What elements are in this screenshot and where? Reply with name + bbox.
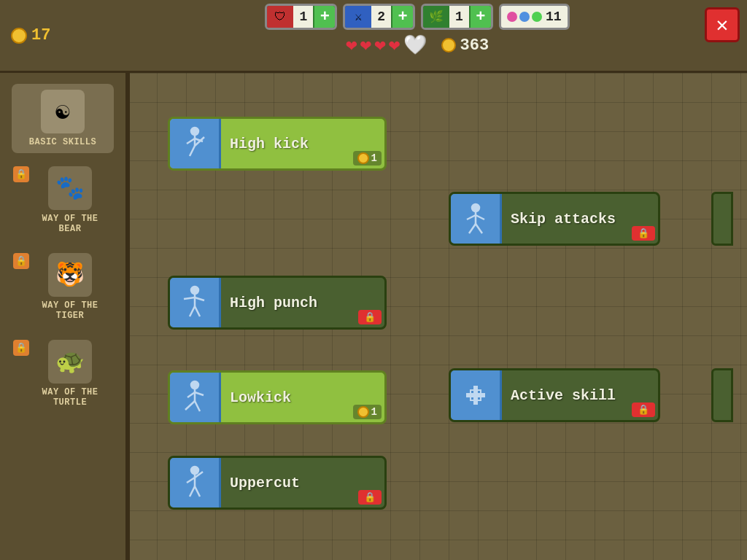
skill-node-active-skill[interactable]: Active skill 🔒 xyxy=(449,368,660,422)
gem-blue xyxy=(519,12,530,22)
stat-plus-sword[interactable]: + xyxy=(391,4,413,30)
uppercut-content: Uppercut xyxy=(221,475,384,491)
skip-attacks-label: Skip attacks xyxy=(511,211,616,228)
skill-node-lowkick[interactable]: Lowkick 1 xyxy=(168,370,387,424)
lock-turtle-icon: 🔒 xyxy=(13,340,29,356)
svg-line-37 xyxy=(476,224,482,233)
cost-coin-icon xyxy=(357,152,369,164)
skill-node-skip-attacks[interactable]: Skip attacks 🔒 xyxy=(449,192,660,246)
high-punch-lock: 🔒 xyxy=(358,310,382,324)
gem-pink xyxy=(507,12,517,22)
high-kick-cost-num: 1 xyxy=(371,152,377,164)
sidebar-label-basic: Basic skills xyxy=(29,137,96,147)
stat-plus-nature[interactable]: + xyxy=(469,4,491,30)
gold-icon xyxy=(11,28,27,44)
lowkick-content: Lowkick xyxy=(221,389,384,406)
gems-box: 11 xyxy=(499,4,570,30)
lock-bear-icon: 🔒 xyxy=(13,166,29,182)
lowkick-label: Lowkick xyxy=(230,389,291,406)
coin-icon xyxy=(441,38,456,52)
svg-point-28 xyxy=(191,467,198,474)
high-punch-content: High punch xyxy=(221,295,384,311)
svg-rect-41 xyxy=(466,393,485,397)
svg-line-36 xyxy=(469,224,476,233)
svg-line-19 xyxy=(195,306,200,316)
svg-line-21 xyxy=(195,298,204,300)
active-skill-lock: 🔒 xyxy=(632,402,655,417)
nature-icon: 🌿 xyxy=(423,4,449,30)
turtle-icon: 🐢 xyxy=(48,340,92,384)
stat-box-shield: 🛡 1 + xyxy=(265,4,337,30)
stat-value-sword: 2 xyxy=(371,6,391,28)
stat-box-sword: ⚔ 2 + xyxy=(343,4,415,30)
lowkick-cost-num: 1 xyxy=(371,406,377,418)
gold-display: 17 xyxy=(11,26,50,44)
uppercut-label: Uppercut xyxy=(230,475,300,491)
yin-yang-icon: ☯ xyxy=(41,90,85,133)
heart-5-empty: 🤍 xyxy=(403,34,427,57)
sword-icon: ⚔ xyxy=(345,4,371,30)
stats-row2: ❤ ❤ ❤ ❤ 🤍 363 xyxy=(346,34,489,57)
top-stats: 🛡 1 + ⚔ 2 + 🌿 1 + xyxy=(131,4,703,57)
coins-display: 363 xyxy=(441,36,489,55)
lowkick-icon xyxy=(170,372,221,423)
svg-line-26 xyxy=(187,392,195,397)
high-punch-label: High punch xyxy=(230,295,317,311)
lock-tiger-icon: 🔒 xyxy=(13,253,29,269)
stats-row: 🛡 1 + ⚔ 2 + 🌿 1 + xyxy=(265,4,569,30)
svg-point-34 xyxy=(472,204,479,211)
stat-plus-shield[interactable]: + xyxy=(313,4,335,30)
gem-green xyxy=(532,12,542,22)
svg-line-24 xyxy=(185,401,195,410)
svg-line-32 xyxy=(187,478,195,483)
svg-line-38 xyxy=(467,215,476,219)
sidebar-label-bear: Way of the bear xyxy=(32,214,108,234)
tiger-icon: 🐯 xyxy=(48,253,92,297)
high-kick-label: High kick xyxy=(230,136,309,152)
skip-attacks-lock: 🔒 xyxy=(632,226,655,241)
uppercut-lock: 🔒 xyxy=(358,490,382,505)
heart-2: ❤ xyxy=(360,34,372,57)
svg-point-16 xyxy=(191,287,198,294)
active-skill-label: Active skill xyxy=(511,387,616,404)
skill-node-uppercut[interactable]: Uppercut 🔒 xyxy=(168,456,387,510)
sidebar: ☯ Basic skills 🔒 🐾 Way of the bear 🔒 🐯 W… xyxy=(0,73,128,560)
sidebar-label-turtle: Way of the turtle xyxy=(32,387,108,408)
top-bar: 17 🛡 1 + ⚔ 2 + 🌿 1 + xyxy=(0,0,747,73)
sidebar-wrapper-bear: 🔒 🐾 Way of the bear xyxy=(12,160,114,240)
svg-point-10 xyxy=(191,128,198,135)
high-kick-cost: 1 xyxy=(353,151,382,166)
sidebar-wrapper-turtle: 🔒 🐢 Way of the turtle xyxy=(12,334,114,413)
right-edge-node-1 xyxy=(711,192,733,246)
close-button[interactable]: ✕ xyxy=(705,7,740,42)
svg-line-12 xyxy=(190,146,195,156)
high-kick-icon xyxy=(170,118,221,169)
sidebar-item-basic-skills[interactable]: ☯ Basic skills xyxy=(12,84,114,153)
skill-node-high-punch[interactable]: High punch 🔒 xyxy=(168,276,387,330)
skip-attacks-content: Skip attacks xyxy=(502,211,658,228)
bear-icon: 🐾 xyxy=(48,166,92,210)
lowkick-cost: 1 xyxy=(353,405,382,419)
active-skill-content: Active skill xyxy=(502,387,658,404)
right-edge-node-2 xyxy=(711,368,733,422)
coin-amount: 363 xyxy=(460,36,489,55)
svg-line-18 xyxy=(190,306,195,316)
svg-line-14 xyxy=(187,139,195,144)
svg-line-31 xyxy=(195,486,200,497)
skip-attacks-icon xyxy=(451,193,502,244)
skill-node-high-kick[interactable]: High kick 1 xyxy=(168,117,387,171)
active-skill-icon xyxy=(451,370,502,421)
heart-3: ❤ xyxy=(374,34,386,57)
svg-point-22 xyxy=(191,381,198,389)
svg-line-27 xyxy=(195,392,204,395)
heart-4: ❤ xyxy=(389,34,400,57)
gems-group xyxy=(507,12,542,22)
sidebar-label-tiger: Way of the tiger xyxy=(32,300,108,321)
hearts-display: ❤ ❤ ❤ ❤ 🤍 xyxy=(346,34,427,57)
gold-amount: 17 xyxy=(31,26,50,44)
svg-line-30 xyxy=(190,486,195,497)
sidebar-divider xyxy=(128,73,130,560)
sidebar-wrapper-tiger: 🔒 🐯 Way of the tiger xyxy=(12,247,114,327)
svg-line-20 xyxy=(184,298,195,299)
stat-value-shield: 1 xyxy=(293,6,313,28)
